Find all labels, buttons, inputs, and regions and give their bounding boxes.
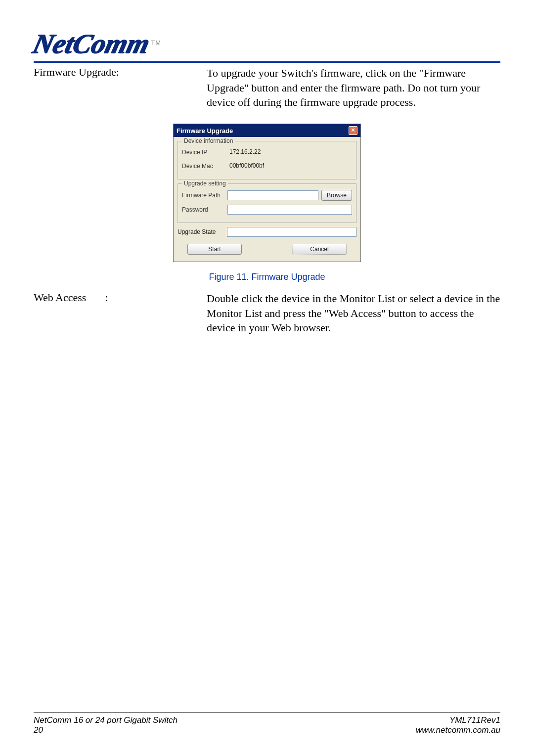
groupbox-upgrade-setting: Upgrade setting Firmware Path Browse Pas… [178,183,356,223]
label-password: Password [182,206,227,213]
upgrade-state-row: Upgrade State [178,227,356,237]
label-upgrade-state: Upgrade State [178,228,227,235]
section-body-firmware: To upgrade your Switch's firmware, click… [207,66,500,110]
brand-row: NetComm TM [34,30,500,58]
label-firmware-path: Firmware Path [182,192,227,199]
section-firmware-upgrade: Firmware Upgrade: To upgrade your Switch… [34,66,500,110]
section-web-access: Web Access : Double click the device in … [34,291,500,335]
page-footer: NetComm 16 or 24 port Gigabit Switch YML… [34,712,500,735]
brand-logo: NetComm [30,30,153,58]
firmware-dialog-wrap: Firmware Upgrade × Device information De… [173,124,361,262]
footer-right-top: YML711Rev1 [449,715,500,725]
cancel-button[interactable]: Cancel [292,244,347,255]
label-device-mac: Device Mac [182,163,227,170]
label-device-ip: Device IP [182,149,227,156]
dialog-title: Firmware Upgrade [177,127,233,134]
section-label-webaccess: Web Access : [34,291,207,335]
legend-device-info: Device information [182,137,235,144]
figure-caption: Figure 11. Firmware Upgrade [34,272,500,282]
browse-button[interactable]: Browse [321,190,352,201]
firmware-path-input[interactable] [227,190,318,200]
footer-rule [34,712,500,712]
firmware-dialog: Firmware Upgrade × Device information De… [173,124,361,262]
page-number: 20 [34,725,43,735]
footer-left-top: NetComm 16 or 24 port Gigabit Switch [34,715,178,725]
footer-url: www.netcomm.com.au [416,725,500,735]
value-device-mac: 00bf00bf00bf [227,161,352,171]
dialog-button-row: Start Cancel [174,237,360,262]
close-icon[interactable]: × [349,126,357,135]
header-rule [34,61,500,63]
dialog-titlebar: Firmware Upgrade × [174,124,360,137]
start-button[interactable]: Start [187,244,242,255]
groupbox-device-info: Device information Device IP 172.16.2.22… [178,141,356,179]
section-label-firmware: Firmware Upgrade: [34,66,207,110]
upgrade-state-value [227,227,356,237]
section-body-webaccess: Double click the device in the Monitor L… [207,291,500,335]
value-device-ip: 172.16.2.22 [227,147,352,157]
trademark-mark: TM [151,39,161,46]
password-input[interactable] [227,205,352,215]
legend-upgrade-setting: Upgrade setting [182,180,228,187]
